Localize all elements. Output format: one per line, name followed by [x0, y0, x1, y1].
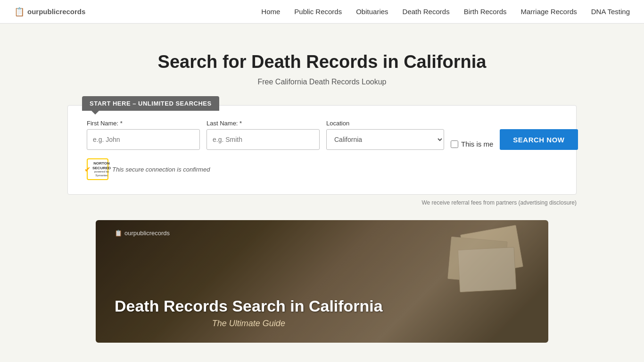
nav-home[interactable]: Home — [261, 8, 280, 16]
banner-section: 📋 ourpublicrecords Death Records Search … — [96, 220, 548, 343]
first-name-label: First Name: * — [87, 120, 200, 127]
first-name-input[interactable] — [87, 129, 200, 150]
norton-badge: ✔ NORTON SECURED powered by Symantec — [87, 158, 108, 180]
banner-title: Death Records Search in California — [115, 296, 383, 316]
start-here-badge: START HERE – UNLIMITED SEARCHES — [82, 96, 219, 111]
nav-death-records[interactable]: Death Records — [403, 8, 450, 16]
site-logo[interactable]: 📋 ourpublicrecords — [14, 7, 85, 17]
first-name-group: First Name: * — [87, 120, 200, 150]
norton-area: ✔ NORTON SECURED powered by Symantec Thi… — [87, 158, 557, 180]
nav-birth-records[interactable]: Birth Records — [464, 8, 507, 16]
last-name-input[interactable] — [206, 129, 320, 150]
banner-content: Death Records Search in California The U… — [115, 296, 383, 329]
last-name-group: Last Name: * — [206, 120, 320, 150]
location-label: Location — [326, 120, 444, 127]
location-group: Location All States Alabama Alaska Arizo… — [326, 120, 444, 150]
search-container: START HERE – UNLIMITED SEARCHES First Na… — [67, 105, 577, 195]
search-fields: First Name: * Last Name: * Location All … — [87, 120, 557, 150]
main-content: Search for Death Records in California F… — [0, 24, 644, 343]
norton-secure-text: This secure connection is confirmed — [112, 166, 210, 173]
referral-notice: We receive referral fees from partners (… — [67, 199, 577, 206]
paper-3 — [458, 247, 517, 292]
banner-logo-icon: 📋 — [115, 230, 122, 237]
norton-check-icon: ✔ — [84, 165, 91, 174]
referral-text: We receive referral fees from partners (… — [421, 199, 577, 206]
page-subtitle: Free California Death Records Lookup — [9, 78, 635, 86]
last-name-label: Last Name: * — [206, 120, 320, 127]
site-header: 📋 ourpublicrecords Home Public Records O… — [0, 0, 644, 24]
search-button[interactable]: SEARCH NOW — [500, 129, 578, 150]
nav-public-records[interactable]: Public Records — [294, 8, 342, 16]
banner-logo: 📋 ourpublicrecords — [115, 230, 170, 237]
nav-obituaries[interactable]: Obituaries — [356, 8, 388, 16]
this-is-me-checkbox[interactable] — [451, 140, 458, 148]
this-is-me-group: This is me — [451, 140, 493, 148]
page-title: Search for Death Records in California — [9, 52, 635, 72]
norton-badge-text: NORTON SECURED powered by Symantec — [92, 161, 111, 177]
nav-dna-testing[interactable]: DNA Testing — [591, 8, 630, 16]
banner-subtitle: The Ultimate Guide — [115, 319, 383, 329]
logo-icon: 📋 — [14, 7, 25, 17]
location-select[interactable]: All States Alabama Alaska Arizona Arkans… — [326, 129, 444, 150]
main-nav: Home Public Records Obituaries Death Rec… — [261, 8, 630, 16]
banner-logo-text: ourpublicrecords — [124, 230, 170, 237]
nav-marriage-records[interactable]: Marriage Records — [521, 8, 577, 16]
this-is-me-label[interactable]: This is me — [461, 140, 493, 148]
logo-text: ourpublicrecords — [27, 8, 85, 16]
